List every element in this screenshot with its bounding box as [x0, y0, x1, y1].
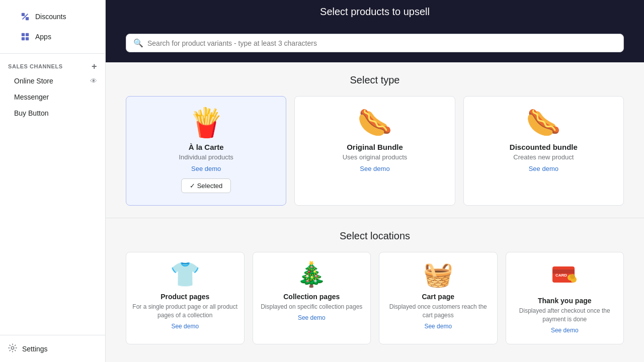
thank-you-page-see-demo[interactable]: See demo	[551, 327, 579, 334]
thank-you-page-desc: Displayed after checkout once the paymen…	[512, 307, 618, 324]
location-card-thank-you-page[interactable]: CARD Thank you page Displayed after chec…	[506, 252, 624, 344]
svg-rect-4	[26, 33, 29, 36]
product-pages-icon: 👕	[170, 262, 200, 287]
svg-rect-3	[22, 33, 25, 36]
type-cards-container: 🍟 À la Carte Individual products See dem…	[126, 96, 624, 206]
eye-icon: 👁	[90, 77, 97, 85]
cart-page-title: Cart page	[422, 293, 454, 301]
sidebar-item-messenger[interactable]: Messenger	[0, 89, 105, 105]
sidebar: Discounts Apps SALES CHANNELS + Online S…	[0, 0, 106, 362]
search-input[interactable]	[147, 39, 616, 47]
discounts-label: Discounts	[35, 13, 66, 21]
buy-button-label: Buy Button	[14, 109, 49, 117]
apps-icon	[20, 32, 30, 42]
svg-text:CARD: CARD	[555, 273, 567, 278]
original-bundle-icon: 🌭	[357, 109, 392, 137]
type-card-original-bundle[interactable]: 🌭 Original Bundle Uses original products…	[294, 96, 455, 206]
alacarte-see-demo[interactable]: See demo	[191, 165, 221, 172]
product-pages-see-demo[interactable]: See demo	[171, 323, 199, 330]
sidebar-item-buy-button[interactable]: Buy Button	[0, 105, 105, 121]
select-locations-title: Select locations	[126, 230, 624, 242]
svg-rect-1	[26, 17, 29, 20]
collection-pages-desc: Displayed on specific collection pages	[261, 303, 362, 311]
alacarte-icon: 🍟	[189, 109, 224, 137]
svg-point-7	[11, 346, 14, 349]
svg-rect-0	[22, 13, 25, 16]
product-pages-title: Product pages	[160, 293, 209, 301]
type-card-discounted-bundle[interactable]: 🌭 Discounted bundle Creates new product …	[463, 96, 624, 206]
selected-badge: ✓ Selected	[181, 178, 231, 193]
product-pages-desc: For a single product page or all product…	[132, 303, 238, 320]
select-type-title: Select type	[126, 74, 624, 86]
sidebar-top-section: Discounts Apps	[0, 0, 105, 54]
online-store-label: Online Store	[14, 77, 53, 85]
svg-rect-6	[26, 37, 29, 40]
cart-page-see-demo[interactable]: See demo	[424, 323, 452, 330]
sidebar-item-discounts[interactable]: Discounts	[12, 7, 93, 26]
original-bundle-desc: Uses original products	[343, 153, 408, 161]
collection-pages-title: Collection pages	[283, 293, 340, 301]
select-type-section: Select type 🍟 À la Carte Individual prod…	[106, 62, 644, 218]
collection-pages-icon: 🎄	[296, 262, 327, 287]
sidebar-item-apps[interactable]: Apps	[12, 27, 93, 46]
discount-icon	[20, 12, 30, 22]
alacarte-title: À la Carte	[189, 143, 224, 151]
location-card-cart-page[interactable]: 🧺 Cart page Displayed once customers rea…	[379, 252, 498, 344]
sidebar-item-online-store[interactable]: Online Store 👁	[0, 73, 105, 89]
svg-rect-5	[22, 37, 25, 40]
original-bundle-see-demo[interactable]: See demo	[360, 165, 389, 172]
add-sales-channel-button[interactable]: +	[92, 62, 97, 71]
search-container: 🔍	[126, 34, 624, 52]
type-card-alacarte[interactable]: 🍟 À la Carte Individual products See dem…	[126, 96, 286, 206]
original-bundle-title: Original Bundle	[347, 143, 403, 151]
apps-label: Apps	[35, 33, 51, 41]
select-locations-section: Select locations 👕 Product pages For a s…	[106, 218, 644, 356]
settings-label: Settings	[22, 345, 48, 353]
settings-icon	[8, 343, 17, 354]
settings-link[interactable]: Settings	[0, 335, 105, 362]
location-cards-container: 👕 Product pages For a single product pag…	[126, 252, 624, 344]
cart-page-icon: 🧺	[423, 262, 453, 287]
svg-point-13	[570, 274, 575, 279]
discounted-bundle-icon: 🌭	[526, 109, 561, 137]
collection-pages-see-demo[interactable]: See demo	[298, 314, 326, 321]
thank-you-page-icon: CARD	[551, 262, 578, 291]
discounted-bundle-title: Discounted bundle	[510, 143, 578, 151]
messenger-label: Messenger	[14, 93, 49, 101]
search-icon: 🔍	[133, 38, 143, 48]
location-card-collection-pages[interactable]: 🎄 Collection pages Displayed on specific…	[253, 252, 371, 344]
discounted-bundle-see-demo[interactable]: See demo	[529, 165, 558, 172]
page-title: Select products to upsell	[118, 6, 632, 18]
alacarte-desc: Individual products	[179, 153, 233, 161]
top-bar: Select products to upsell	[106, 0, 644, 24]
main-content: Select products to upsell 🔍 Select type …	[106, 0, 644, 362]
location-card-product-pages[interactable]: 👕 Product pages For a single product pag…	[126, 252, 245, 344]
search-section: 🔍	[106, 24, 644, 62]
sales-channels-header: SALES CHANNELS +	[0, 54, 105, 73]
discounted-bundle-desc: Creates new product	[513, 153, 574, 161]
cart-page-desc: Displayed once customers reach the cart …	[385, 303, 491, 320]
thank-you-page-title: Thank you page	[538, 297, 592, 305]
sales-channels-title: SALES CHANNELS	[8, 63, 63, 69]
